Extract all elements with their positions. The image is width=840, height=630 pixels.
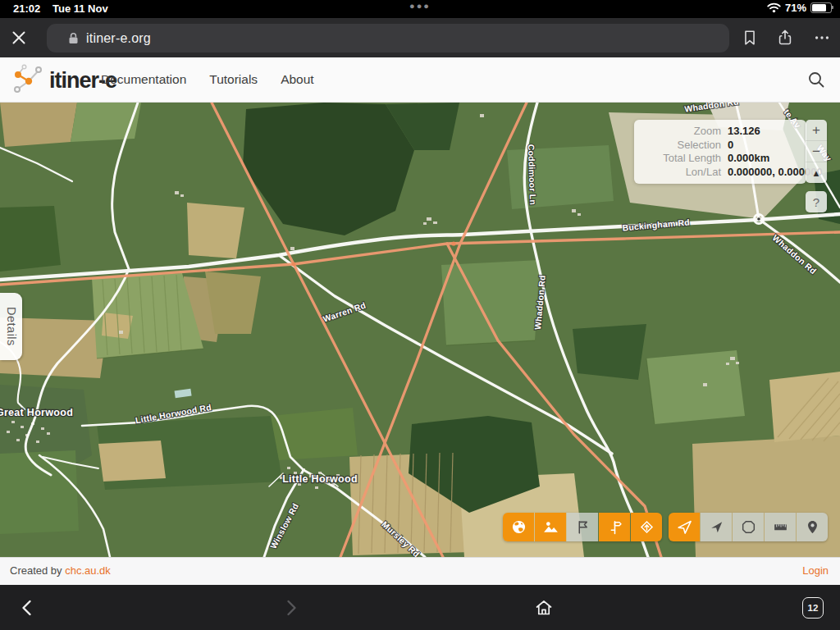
signpost-icon (606, 518, 623, 536)
status-bar: 21:02 Tue 11 Nov ●●● 71% (0, 0, 840, 18)
clock: 21:02 (13, 2, 40, 15)
credit-text: Created by chc.au.dk (10, 564, 111, 577)
globe-button[interactable] (503, 513, 534, 541)
itinere-logo-icon (11, 64, 47, 97)
cursor-arrow-icon (708, 518, 725, 536)
location-pin-icon (804, 518, 821, 536)
bookmark-icon[interactable] (741, 29, 759, 47)
signpost-button[interactable] (599, 513, 630, 541)
search-icon[interactable] (807, 71, 825, 89)
polygon-icon (740, 518, 757, 536)
site-nav: DocumentationTutorialsAbout (101, 57, 314, 102)
home-icon[interactable] (534, 598, 554, 618)
imagery-icon (542, 518, 559, 536)
flag-button[interactable] (567, 513, 598, 541)
info-row: Selection0 (642, 139, 798, 153)
globe-icon (510, 518, 527, 536)
battery-percent: 71% (785, 2, 806, 14)
map-label: Little Horwood (282, 473, 358, 485)
wifi-icon (767, 2, 781, 13)
route-sign-icon (638, 518, 655, 536)
ruler-icon (772, 518, 789, 536)
location-pin-button[interactable] (797, 513, 828, 541)
imagery-button[interactable] (535, 513, 566, 541)
forward-icon[interactable] (281, 598, 300, 618)
navigate-icon (676, 518, 693, 536)
close-tab-icon[interactable] (11, 30, 26, 45)
map-toolbar-tools (669, 513, 828, 541)
zoom-in-button[interactable]: + (806, 120, 827, 140)
details-tab[interactable]: Details (0, 293, 22, 360)
map-toolbar-layers (503, 513, 662, 541)
login-link[interactable]: Login (802, 564, 829, 577)
flag-icon (574, 518, 591, 536)
info-row: Zoom13.126 (642, 125, 798, 139)
reset-north-button[interactable]: ▲ (806, 162, 827, 183)
back-icon[interactable] (18, 598, 38, 618)
nav-documentation[interactable]: Documentation (101, 72, 186, 87)
address-bar[interactable]: itiner-e.org (47, 24, 729, 52)
ipad-screen: 21:02 Tue 11 Nov ●●● 71% itiner-e.org (0, 0, 840, 630)
route-sign-button[interactable] (631, 513, 662, 541)
browser-toolbar: itiner-e.org (0, 18, 840, 57)
lock-icon (68, 32, 79, 44)
map-info-panel: Zoom13.126Selection0Total Length0.000kmL… (634, 120, 806, 184)
help-button[interactable]: ? (806, 191, 827, 212)
zoom-out-button[interactable]: − (806, 140, 827, 162)
browser-nav-bar: 12 (0, 585, 840, 630)
tab-count: 12 (808, 603, 819, 613)
share-icon[interactable] (776, 29, 794, 47)
ruler-button[interactable] (765, 513, 796, 541)
map-zoom-controls: + − ▲ (806, 120, 827, 183)
multitask-dots-icon: ●●● (409, 1, 431, 11)
nav-tutorials[interactable]: Tutorials (209, 72, 258, 87)
tabs-button[interactable]: 12 (802, 597, 824, 619)
site-header: itiner-e DocumentationTutorialsAbout (0, 57, 840, 103)
date: Tue 11 Nov (52, 2, 108, 15)
credit-link[interactable]: chc.au.dk (65, 564, 111, 577)
info-row: Total Length0.000km (642, 152, 798, 166)
nav-about[interactable]: About (281, 72, 314, 87)
polygon-button[interactable] (733, 513, 764, 541)
info-row: Lon/Lat0.000000, 0.000000 (642, 166, 798, 180)
browser-menu-icon[interactable] (813, 29, 831, 47)
map-label: Great Horwood (0, 407, 73, 418)
url-text: itiner-e.org (86, 31, 151, 46)
battery-icon (810, 2, 832, 13)
cursor-arrow-button[interactable] (701, 513, 732, 541)
site-footer: Created by chc.au.dk Login (0, 557, 840, 585)
navigate-button[interactable] (669, 513, 700, 541)
map-canvas[interactable]: Whaddon Rdte AvWayCoddimoor LnBuckingham… (0, 103, 840, 557)
